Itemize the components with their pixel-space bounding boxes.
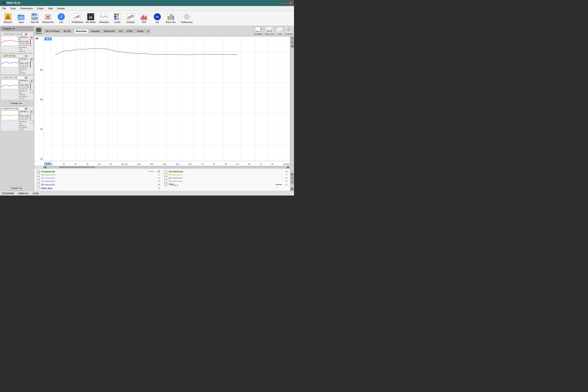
meas-name-3[interactable] xyxy=(3,76,24,79)
meas-settings-4[interactable]: ⚙ xyxy=(30,110,33,114)
meas-num-2: 2 xyxy=(1,55,2,57)
3rd-harmonic-checkbox[interactable] xyxy=(37,174,40,176)
h-scroll-right[interactable]: ▶ xyxy=(287,166,290,168)
remove-meas-2[interactable]: ✕ xyxy=(25,54,28,58)
v-nav-right[interactable]: ▶ xyxy=(290,187,294,191)
svg-rect-18 xyxy=(100,13,108,20)
meas-file-3[interactable]: 📄 xyxy=(30,90,33,93)
capture-button[interactable]: Capture xyxy=(35,28,42,34)
7th-harmonic-checkbox[interactable] xyxy=(37,180,40,183)
close-button[interactable]: ✕ xyxy=(289,1,292,5)
meas-file-4[interactable]: 📄 xyxy=(30,121,33,124)
spl-meter-button[interactable]: dB SPL 83 SPL Meter xyxy=(84,12,97,25)
svg-rect-34 xyxy=(146,16,147,20)
generator-button[interactable]: Generator xyxy=(98,12,110,25)
tab-rt60[interactable]: RT60 xyxy=(125,29,134,33)
v-scroll-down2[interactable]: ▼ xyxy=(290,180,294,184)
remove-meas-1[interactable]: ✕ xyxy=(25,33,28,36)
tab-all-spl[interactable]: All SPL xyxy=(62,29,73,33)
overlays-button[interactable]: Overlays xyxy=(124,12,137,25)
menu-tools[interactable]: Tools xyxy=(9,7,17,10)
thd-checkbox[interactable]: ✓ xyxy=(164,183,167,186)
room-sim-button[interactable]: Room Sim xyxy=(164,12,177,25)
measurement-item-4[interactable]: 4 ✕ CARVER L R FINAL.mda Dec 20, 2018 3:… xyxy=(0,106,34,131)
v-scroll-pagedown[interactable]: ▶ xyxy=(290,172,294,176)
rta-label: RTA xyxy=(142,21,146,24)
tab-filtered-ir[interactable]: Filtered IR xyxy=(102,29,117,33)
remove-meas-3[interactable]: ✕ xyxy=(25,76,28,79)
meas-name-4[interactable] xyxy=(3,107,24,110)
controls-tool[interactable]: Controls xyxy=(284,26,293,36)
measurement-item-3[interactable]: 3 ✕ CARVER L R FINAL.mda Dec 20, 2018 3:… xyxy=(0,76,34,100)
scrollbars-tool[interactable]: Scrollbars xyxy=(254,26,264,36)
collapse-button[interactable]: Collapse ≪ xyxy=(1,26,34,31)
toolbar-sep-2 xyxy=(178,13,179,24)
minimize-button[interactable]: — xyxy=(280,1,284,5)
rta-button[interactable]: RTA xyxy=(138,12,150,25)
9th-harmonic-checkbox[interactable] xyxy=(37,183,40,186)
8th-harmonic-checkbox[interactable] xyxy=(164,180,167,183)
measurement-item[interactable]: 1 ✕ CARVER L R FINAL.mda Dec 20, 2018 1:… xyxy=(0,32,34,53)
info-button[interactable]: i Info xyxy=(55,12,68,25)
meas-settings-2[interactable]: ⚙ xyxy=(30,58,33,61)
levels-button[interactable]: Levels xyxy=(111,12,124,25)
meas-name-2[interactable] xyxy=(3,54,24,58)
v-scroll-up[interactable]: ▲ xyxy=(290,36,294,40)
meas-settings-3[interactable]: ⚙ xyxy=(30,80,33,82)
noise-floor-label: Noise floor xyxy=(41,187,147,190)
v-scroll-up2[interactable]: ▲ xyxy=(290,40,294,44)
menu-help[interactable]: Help xyxy=(47,7,54,10)
save-all-button[interactable]: 💾 Save All xyxy=(28,12,41,25)
tab-distortion[interactable]: Distortion xyxy=(74,29,89,33)
freq-axis-icon xyxy=(266,27,273,33)
tab-spl-phase[interactable]: SPL & Phase xyxy=(44,29,61,33)
tab-more-button[interactable]: » xyxy=(146,28,150,34)
remove-all-icon xyxy=(44,13,52,21)
meas-name-1[interactable] xyxy=(3,33,24,36)
svg-rect-21 xyxy=(117,14,119,16)
v-scroll-down[interactable]: ▼ xyxy=(290,176,294,180)
remove-all-button[interactable]: Remove All xyxy=(42,12,54,25)
preferences-button[interactable]: Preferences xyxy=(180,12,193,25)
noise-floor-checkbox[interactable] xyxy=(37,187,40,190)
open-button[interactable]: Open xyxy=(15,12,28,25)
h-scroll-track[interactable] xyxy=(47,166,286,168)
ir-windows-label: IR Windows xyxy=(72,21,83,24)
eq-button[interactable]: EQ EQ xyxy=(151,12,164,25)
measurement-item-2[interactable]: 2 ✕ CARVER L R FINAL.mda Dec 20, 2018 3:… xyxy=(0,54,34,74)
limits-tool[interactable]: Limits xyxy=(275,26,284,36)
menu-preferences[interactable]: Preferences xyxy=(19,7,34,10)
2nd-harmonic-checkbox[interactable] xyxy=(164,170,167,173)
change-cal-button-1[interactable]: Change Cal... xyxy=(8,101,26,105)
4th-harmonic-checkbox[interactable] xyxy=(164,174,167,176)
svg-rect-43 xyxy=(173,16,174,20)
tab-impulse[interactable]: Impulse xyxy=(89,29,102,33)
remove-meas-4[interactable]: ✕ xyxy=(25,107,28,110)
maximize-button[interactable]: □ xyxy=(284,1,288,5)
legend-2nd: 2nd Harmonic % xyxy=(164,170,288,173)
9th-harmonic-unit: % xyxy=(156,183,160,186)
v-scroll-pageup[interactable]: ◀ xyxy=(290,44,294,48)
menu-file[interactable]: File xyxy=(1,7,7,10)
svg-text:83: 83 xyxy=(89,16,92,19)
6th-harmonic-checkbox[interactable] xyxy=(164,177,167,180)
menu-graph[interactable]: Graph xyxy=(36,7,45,10)
change-cal-button-2[interactable]: Change Cal... xyxy=(8,186,26,190)
tab-gd[interactable]: GD xyxy=(117,29,124,33)
svg-rect-42 xyxy=(172,14,172,20)
measure-button[interactable]: Measure xyxy=(2,12,14,25)
meas-preview-3 xyxy=(1,80,18,89)
meas-settings-1[interactable]: ⚙ xyxy=(30,36,33,39)
svg-point-51 xyxy=(38,30,39,31)
menu-donate[interactable]: Donate xyxy=(56,7,66,10)
tab-clarity[interactable]: Clarity xyxy=(135,29,146,33)
h-scroll-left[interactable]: ◀ xyxy=(44,166,46,168)
svg-rect-57 xyxy=(256,31,258,32)
meas-info-3: CARVER L R FINAL.mda Dec 20, 2018 3:25:3… xyxy=(19,80,30,100)
ir-windows-button[interactable]: IR Windows xyxy=(71,12,84,25)
freq-axis-tool[interactable]: Freq. Axis xyxy=(264,26,274,36)
5th-harmonic-checkbox[interactable] xyxy=(37,177,40,180)
limits-icon xyxy=(276,27,283,33)
fundamental-checkbox[interactable]: ✓ xyxy=(37,170,40,173)
h-scroll-thumb[interactable] xyxy=(59,166,95,168)
